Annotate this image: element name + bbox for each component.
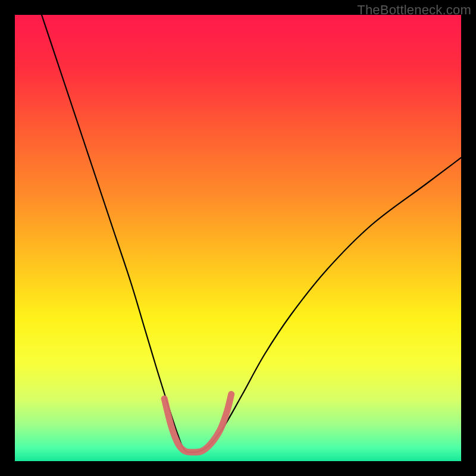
watermark-text: TheBottleneck.com bbox=[357, 2, 471, 18]
chart-frame bbox=[15, 15, 461, 461]
bottleneck-chart bbox=[15, 15, 461, 461]
gradient-background bbox=[15, 15, 461, 461]
